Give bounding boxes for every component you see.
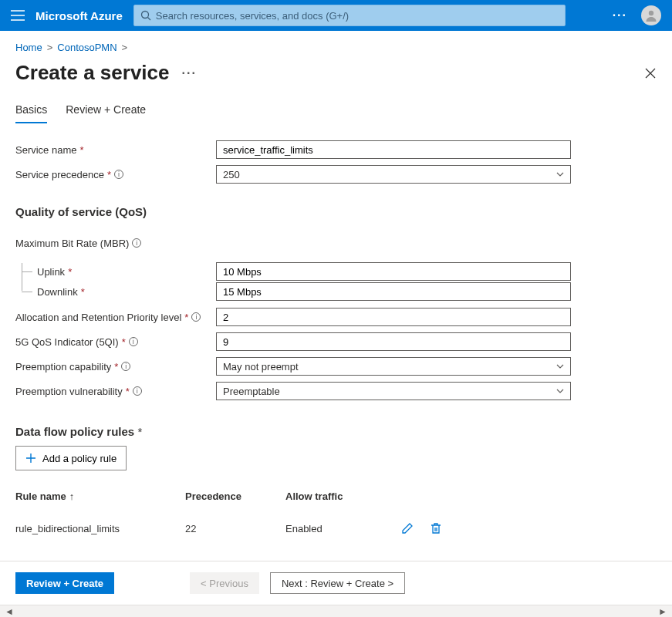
tabs: Basics Review + Create xyxy=(0,99,672,123)
svg-line-1 xyxy=(147,18,150,21)
review-create-button[interactable]: Review + Create xyxy=(15,572,114,594)
global-search[interactable] xyxy=(133,5,566,26)
preempt-cap-select[interactable]: May not preempt xyxy=(216,357,571,376)
preempt-vul-label: Preemption vulnerability* i xyxy=(15,386,216,397)
col-allow-traffic[interactable]: Allow traffic xyxy=(285,491,401,502)
fiveqi-label: 5G QoS Indicator (5QI)* i xyxy=(15,336,216,348)
service-precedence-label: Service precedence* i xyxy=(15,169,216,180)
downlink-label: Downlink* xyxy=(37,286,216,298)
search-icon xyxy=(140,10,151,21)
rules-table: Rule name ↑ Precedence Allow traffic rul… xyxy=(15,491,494,538)
info-icon[interactable]: i xyxy=(129,337,138,346)
wizard-footer: Review + Create < Previous Next : Review… xyxy=(0,561,672,605)
global-search-input[interactable] xyxy=(156,10,559,22)
svg-point-2 xyxy=(649,11,653,15)
uplink-label: Uplink* xyxy=(37,266,216,278)
col-precedence[interactable]: Precedence xyxy=(185,491,285,502)
col-rule-name[interactable]: Rule name ↑ xyxy=(15,491,185,502)
title-more-icon[interactable]: ··· xyxy=(181,66,196,80)
info-icon[interactable]: i xyxy=(132,238,141,248)
form-content: Service name* Service precedence* i 250 … xyxy=(0,123,672,561)
delete-icon[interactable] xyxy=(431,522,441,534)
table-row: rule_bidirectional_limits 22 Enabled xyxy=(15,508,494,538)
fiveqi-input[interactable] xyxy=(216,332,571,351)
page-title: Create a service xyxy=(15,61,169,85)
preempt-cap-label: Preemption capability* i xyxy=(15,361,216,373)
mbr-label: Maximum Bit Rate (MBR) i xyxy=(15,238,216,249)
plus-icon xyxy=(25,453,36,464)
service-name-label: Service name* xyxy=(15,144,216,156)
arp-label: Allocation and Retention Priority level*… xyxy=(15,312,216,323)
uplink-input[interactable] xyxy=(216,262,571,281)
edit-icon[interactable] xyxy=(401,522,414,534)
hamburger-menu-icon[interactable] xyxy=(11,10,25,21)
service-name-input[interactable] xyxy=(216,140,571,159)
cell-precedence: 22 xyxy=(185,523,285,534)
cell-rule-name: rule_bidirectional_limits xyxy=(15,523,185,534)
breadcrumb-sep: > xyxy=(122,42,128,53)
breadcrumb-contosopmn[interactable]: ContosoPMN xyxy=(57,42,117,53)
title-row: Create a service ··· xyxy=(0,58,672,99)
chevron-down-icon xyxy=(556,172,564,177)
chevron-down-icon xyxy=(556,389,564,393)
scroll-left-icon[interactable]: ◄ xyxy=(2,606,17,617)
preempt-vul-select[interactable]: Preemptable xyxy=(216,382,571,400)
breadcrumb: Home > ContosoPMN > xyxy=(0,31,672,58)
scroll-right-icon[interactable]: ► xyxy=(655,606,670,617)
rules-heading: Data flow policy rules * xyxy=(15,425,657,438)
chevron-down-icon xyxy=(556,364,564,369)
more-icon[interactable]: ··· xyxy=(613,8,627,22)
add-policy-rule-button[interactable]: Add a policy rule xyxy=(15,446,127,470)
svg-point-0 xyxy=(141,12,148,19)
arp-input[interactable] xyxy=(216,308,571,326)
tab-basics[interactable]: Basics xyxy=(15,99,47,123)
previous-button: < Previous xyxy=(190,572,259,594)
cell-allow: Enabled xyxy=(285,523,401,534)
info-icon[interactable]: i xyxy=(191,312,201,322)
mbr-tree: Uplink* Downlink* xyxy=(15,261,657,302)
info-icon[interactable]: i xyxy=(114,170,123,179)
qos-heading: Quality of service (QoS) xyxy=(15,205,657,218)
breadcrumb-home[interactable]: Home xyxy=(15,42,42,53)
search-wrap xyxy=(133,5,602,26)
brand-label: Microsoft Azure xyxy=(35,9,123,22)
info-icon[interactable]: i xyxy=(133,386,142,396)
top-bar: Microsoft Azure ··· xyxy=(0,0,672,31)
tab-review-create[interactable]: Review + Create xyxy=(66,99,146,123)
breadcrumb-sep: > xyxy=(47,42,53,53)
downlink-input[interactable] xyxy=(216,282,571,301)
horizontal-scrollbar[interactable]: ◄ ► xyxy=(0,605,672,617)
close-icon[interactable] xyxy=(644,67,657,79)
top-right-icons: ··· xyxy=(613,5,661,25)
table-header: Rule name ↑ Precedence Allow traffic xyxy=(15,491,494,508)
sort-asc-icon: ↑ xyxy=(69,491,75,502)
service-precedence-select[interactable]: 250 xyxy=(216,165,571,184)
user-avatar[interactable] xyxy=(641,5,661,25)
info-icon[interactable]: i xyxy=(121,362,130,371)
next-button[interactable]: Next : Review + Create > xyxy=(270,572,405,594)
